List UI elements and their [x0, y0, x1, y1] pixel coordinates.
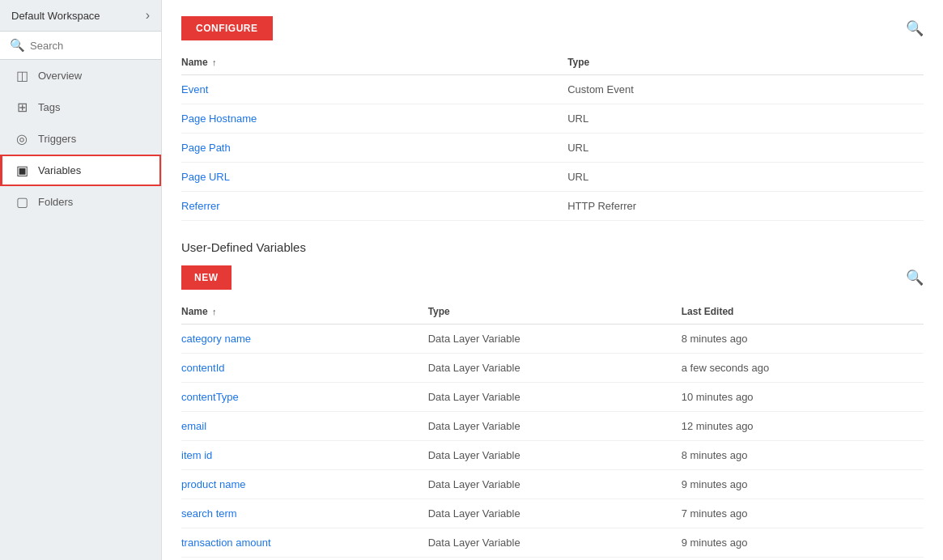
builtin-name-cell[interactable]: Referrer [181, 192, 567, 221]
builtin-table-body: Event Custom Event Page Hostname URL Pag… [181, 75, 924, 221]
ud-name-cell[interactable]: item id [181, 441, 428, 470]
table-row: Referrer HTTP Referrer [181, 192, 924, 221]
sidebar-item-label-triggers: Triggers [38, 133, 76, 145]
workspace-title: Default Workspace [11, 10, 100, 22]
builtin-name-cell[interactable]: Page URL [181, 163, 567, 192]
sidebar-item-triggers[interactable]: ◎ Triggers [0, 123, 161, 155]
sidebar-item-label-overview: Overview [38, 70, 82, 82]
builtin-type-cell: Custom Event [567, 75, 924, 104]
ud-type-cell: Data Layer Variable [428, 412, 682, 441]
table-row: category name Data Layer Variable 8 minu… [181, 325, 924, 354]
ud-last-edited-cell: a few seconds ago [682, 354, 924, 383]
ud-last-edited-cell: 9 minutes ago [682, 528, 924, 558]
ud-name-col-header: Name ↑ [181, 299, 428, 325]
table-row: Page URL URL [181, 163, 924, 192]
builtin-table-header-row: Name ↑ Type [181, 50, 924, 75]
builtin-name-col-header: Name ↑ [181, 50, 567, 75]
new-button[interactable]: NEW [181, 265, 232, 290]
table-row: email Data Layer Variable 12 minutes ago [181, 412, 924, 441]
sidebar-item-overview[interactable]: ◫ Overview [0, 60, 161, 91]
builtin-name-cell[interactable]: Page Hostname [181, 104, 567, 134]
ud-name-cell[interactable]: email [181, 412, 428, 441]
folders-icon: ▢ [14, 194, 30, 210]
ud-type-cell: Data Layer Variable [428, 325, 682, 354]
builtin-type-cell: URL [567, 163, 924, 192]
main-content: CONFIGURE 🔍 Name ↑ Type Event Custom Eve… [162, 0, 943, 560]
overview-icon: ◫ [14, 68, 30, 83]
name-sort-icon: ↑ [212, 57, 217, 67]
builtin-header-row: CONFIGURE 🔍 [181, 16, 924, 40]
search-icon: 🔍 [10, 38, 25, 53]
table-row: Page Path URL [181, 134, 924, 163]
workspace-chevron-icon: › [146, 8, 150, 23]
ud-name-sort-icon: ↑ [212, 307, 217, 316]
table-row: contentId Data Layer Variable a few seco… [181, 354, 924, 383]
table-row: item id Data Layer Variable 8 minutes ag… [181, 441, 924, 470]
table-row: contentType Data Layer Variable 10 minut… [181, 383, 924, 412]
user-defined-header-row: NEW 🔍 [181, 265, 924, 290]
ud-last-edited-cell: 9 minutes ago [682, 470, 924, 499]
sidebar-item-label-tags: Tags [38, 101, 60, 113]
table-row: product name Data Layer Variable 9 minut… [181, 470, 924, 499]
ud-last-edited-cell: 7 minutes ago [682, 499, 924, 528]
ud-last-edited-cell: 12 minutes ago [682, 412, 924, 441]
user-defined-table-header-row: Name ↑ Type Last Edited [181, 299, 924, 325]
ud-type-col-header: Type [428, 299, 682, 325]
ud-table-body: category name Data Layer Variable 8 minu… [181, 325, 924, 558]
ud-name-cell[interactable]: contentId [181, 354, 428, 383]
user-defined-variables-table: Name ↑ Type Last Edited category name Da… [181, 299, 924, 558]
builtin-variables-table: Name ↑ Type Event Custom Event Page Host… [181, 50, 924, 221]
sidebar-item-variables[interactable]: ▣ Variables [0, 155, 161, 186]
ud-type-cell: Data Layer Variable [428, 499, 682, 528]
workspace-header[interactable]: Default Workspace › [0, 0, 161, 32]
ud-type-cell: Data Layer Variable [428, 470, 682, 499]
ud-name-cell[interactable]: category name [181, 325, 428, 354]
search-box: 🔍 [0, 32, 161, 60]
sidebar: Default Workspace › 🔍 ◫ Overview ⊞ Tags … [0, 0, 162, 560]
table-row: Event Custom Event [181, 75, 924, 104]
triggers-icon: ◎ [14, 131, 30, 146]
ud-type-cell: Data Layer Variable [428, 354, 682, 383]
tags-icon: ⊞ [14, 100, 30, 115]
builtin-name-cell[interactable]: Event [181, 75, 567, 104]
builtin-search-icon[interactable]: 🔍 [906, 19, 924, 37]
ud-type-cell: Data Layer Variable [428, 441, 682, 470]
ud-last-edited-cell: 8 minutes ago [682, 325, 924, 354]
ud-type-cell: Data Layer Variable [428, 528, 682, 558]
builtin-type-col-header: Type [567, 50, 924, 75]
ud-last-edited-cell: 10 minutes ago [682, 383, 924, 412]
ud-name-cell[interactable]: contentType [181, 383, 428, 412]
ud-name-cell[interactable]: transaction amount [181, 528, 428, 558]
ud-last-edited-cell: 8 minutes ago [682, 441, 924, 470]
search-input[interactable] [30, 40, 151, 52]
ud-name-cell[interactable]: product name [181, 470, 428, 499]
variables-icon: ▣ [14, 163, 30, 178]
ud-type-cell: Data Layer Variable [428, 383, 682, 412]
ud-name-cell[interactable]: search term [181, 499, 428, 528]
user-defined-search-icon[interactable]: 🔍 [906, 269, 924, 286]
table-row: search term Data Layer Variable 7 minute… [181, 499, 924, 528]
sidebar-item-label-folders: Folders [38, 196, 73, 208]
builtin-type-cell: URL [567, 104, 924, 134]
sidebar-item-folders[interactable]: ▢ Folders [0, 186, 161, 218]
sidebar-item-tags[interactable]: ⊞ Tags [0, 91, 161, 123]
sidebar-item-label-variables: Variables [38, 164, 81, 176]
user-defined-section-title: User-Defined Variables [181, 240, 924, 254]
table-row: Page Hostname URL [181, 104, 924, 134]
builtin-type-cell: URL [567, 134, 924, 163]
builtin-name-cell[interactable]: Page Path [181, 134, 567, 163]
builtin-type-cell: HTTP Referrer [567, 192, 924, 221]
table-row: transaction amount Data Layer Variable 9… [181, 528, 924, 558]
configure-button[interactable]: CONFIGURE [181, 16, 273, 40]
ud-last-edited-col-header: Last Edited [682, 299, 924, 325]
